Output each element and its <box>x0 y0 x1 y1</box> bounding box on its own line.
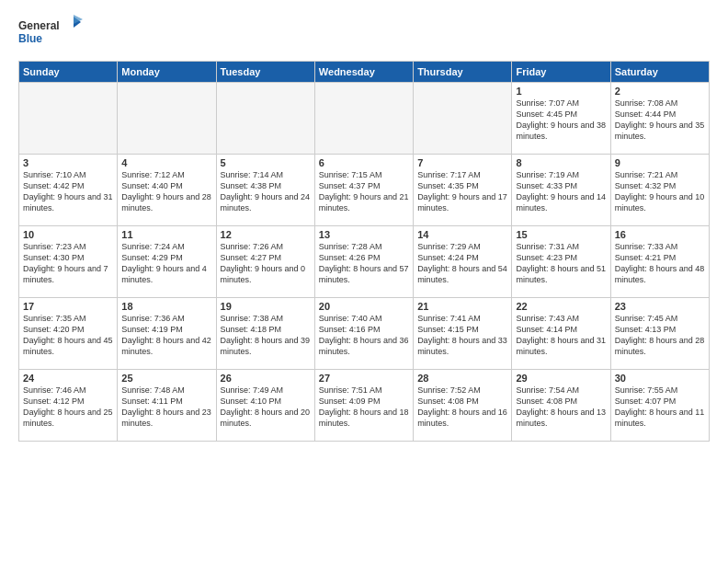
day-info: Sunrise: 7:43 AM Sunset: 4:14 PM Dayligh… <box>516 313 606 358</box>
calendar-cell: 16Sunrise: 7:33 AM Sunset: 4:21 PM Dayli… <box>610 226 709 298</box>
svg-text:Blue: Blue <box>18 32 42 45</box>
weekday-header-monday: Monday <box>118 62 216 83</box>
day-number: 7 <box>417 157 507 168</box>
calendar-cell: 18Sunrise: 7:36 AM Sunset: 4:19 PM Dayli… <box>118 298 216 370</box>
day-info: Sunrise: 7:33 AM Sunset: 4:21 PM Dayligh… <box>615 241 705 286</box>
day-number: 23 <box>615 301 705 312</box>
day-number: 30 <box>615 373 705 384</box>
day-info: Sunrise: 7:29 AM Sunset: 4:24 PM Dayligh… <box>417 241 507 286</box>
day-number: 18 <box>121 301 211 312</box>
day-info: Sunrise: 7:10 AM Sunset: 4:42 PM Dayligh… <box>23 169 113 214</box>
day-number: 9 <box>615 157 705 168</box>
day-number: 5 <box>221 157 311 168</box>
day-info: Sunrise: 7:23 AM Sunset: 4:30 PM Dayligh… <box>23 241 113 286</box>
day-info: Sunrise: 7:26 AM Sunset: 4:27 PM Dayligh… <box>221 241 311 286</box>
weekday-header-tuesday: Tuesday <box>216 62 314 83</box>
day-info: Sunrise: 7:31 AM Sunset: 4:23 PM Dayligh… <box>516 241 606 286</box>
day-number: 24 <box>23 373 113 384</box>
calendar-cell: 12Sunrise: 7:26 AM Sunset: 4:27 PM Dayli… <box>216 226 314 298</box>
day-number: 4 <box>121 157 211 168</box>
calendar-cell: 22Sunrise: 7:43 AM Sunset: 4:14 PM Dayli… <box>512 298 610 370</box>
day-number: 3 <box>23 157 113 168</box>
calendar-cell: 10Sunrise: 7:23 AM Sunset: 4:30 PM Dayli… <box>19 226 118 298</box>
calendar-cell: 27Sunrise: 7:51 AM Sunset: 4:09 PM Dayli… <box>314 370 413 442</box>
calendar-cell: 8Sunrise: 7:19 AM Sunset: 4:33 PM Daylig… <box>512 155 610 226</box>
calendar-cell: 29Sunrise: 7:54 AM Sunset: 4:08 PM Dayli… <box>512 370 610 442</box>
day-info: Sunrise: 7:41 AM Sunset: 4:15 PM Dayligh… <box>417 313 507 358</box>
day-number: 20 <box>319 301 409 312</box>
day-info: Sunrise: 7:51 AM Sunset: 4:09 PM Dayligh… <box>319 385 409 430</box>
calendar-cell: 20Sunrise: 7:40 AM Sunset: 4:16 PM Dayli… <box>314 298 413 370</box>
day-info: Sunrise: 7:48 AM Sunset: 4:11 PM Dayligh… <box>121 385 211 430</box>
day-info: Sunrise: 7:54 AM Sunset: 4:08 PM Dayligh… <box>516 385 606 430</box>
calendar-cell: 23Sunrise: 7:45 AM Sunset: 4:13 PM Dayli… <box>610 298 709 370</box>
calendar-cell: 14Sunrise: 7:29 AM Sunset: 4:24 PM Dayli… <box>414 226 512 298</box>
calendar-cell <box>118 83 216 155</box>
calendar-cell: 7Sunrise: 7:17 AM Sunset: 4:35 PM Daylig… <box>414 155 512 226</box>
day-number: 14 <box>417 229 507 240</box>
weekday-header-friday: Friday <box>512 62 610 83</box>
day-number: 22 <box>516 301 606 312</box>
logo: General Blue <box>18 15 83 52</box>
day-info: Sunrise: 7:21 AM Sunset: 4:32 PM Dayligh… <box>615 169 705 214</box>
weekday-header-sunday: Sunday <box>19 62 118 83</box>
day-info: Sunrise: 7:55 AM Sunset: 4:07 PM Dayligh… <box>615 385 705 430</box>
day-info: Sunrise: 7:38 AM Sunset: 4:18 PM Dayligh… <box>221 313 311 358</box>
day-number: 6 <box>319 157 409 168</box>
svg-text:General: General <box>18 19 60 32</box>
day-number: 29 <box>516 373 606 384</box>
day-number: 21 <box>417 301 507 312</box>
weekday-header-wednesday: Wednesday <box>314 62 413 83</box>
page-container: General Blue SundayMondayTuesdayWednesda… <box>0 0 728 451</box>
day-number: 11 <box>121 229 211 240</box>
day-info: Sunrise: 7:19 AM Sunset: 4:33 PM Dayligh… <box>516 169 606 214</box>
page-header: General Blue <box>18 15 710 52</box>
calendar-cell: 30Sunrise: 7:55 AM Sunset: 4:07 PM Dayli… <box>610 370 709 442</box>
day-info: Sunrise: 7:40 AM Sunset: 4:16 PM Dayligh… <box>319 313 409 358</box>
weekday-header-thursday: Thursday <box>414 62 512 83</box>
calendar-cell: 9Sunrise: 7:21 AM Sunset: 4:32 PM Daylig… <box>610 155 709 226</box>
day-info: Sunrise: 7:52 AM Sunset: 4:08 PM Dayligh… <box>417 385 507 430</box>
day-info: Sunrise: 7:12 AM Sunset: 4:40 PM Dayligh… <box>121 169 211 214</box>
day-info: Sunrise: 7:28 AM Sunset: 4:26 PM Dayligh… <box>319 241 409 286</box>
day-number: 27 <box>319 373 409 384</box>
week-row-1: 3Sunrise: 7:10 AM Sunset: 4:42 PM Daylig… <box>19 155 710 226</box>
calendar-cell: 25Sunrise: 7:48 AM Sunset: 4:11 PM Dayli… <box>118 370 216 442</box>
calendar-cell: 4Sunrise: 7:12 AM Sunset: 4:40 PM Daylig… <box>118 155 216 226</box>
day-number: 8 <box>516 157 606 168</box>
day-number: 16 <box>615 229 705 240</box>
week-row-0: 1Sunrise: 7:07 AM Sunset: 4:45 PM Daylig… <box>19 83 710 155</box>
day-info: Sunrise: 7:35 AM Sunset: 4:20 PM Dayligh… <box>23 313 113 358</box>
day-number: 15 <box>516 229 606 240</box>
calendar-cell <box>414 83 512 155</box>
calendar-cell: 1Sunrise: 7:07 AM Sunset: 4:45 PM Daylig… <box>512 83 610 155</box>
day-info: Sunrise: 7:24 AM Sunset: 4:29 PM Dayligh… <box>121 241 211 286</box>
day-info: Sunrise: 7:36 AM Sunset: 4:19 PM Dayligh… <box>121 313 211 358</box>
general-blue-logo: General Blue <box>18 15 83 52</box>
day-number: 10 <box>23 229 113 240</box>
day-number: 2 <box>615 86 705 97</box>
calendar-cell: 11Sunrise: 7:24 AM Sunset: 4:29 PM Dayli… <box>118 226 216 298</box>
calendar-table: SundayMondayTuesdayWednesdayThursdayFrid… <box>18 61 710 442</box>
day-number: 17 <box>23 301 113 312</box>
day-info: Sunrise: 7:08 AM Sunset: 4:44 PM Dayligh… <box>615 98 705 143</box>
day-number: 13 <box>319 229 409 240</box>
week-row-4: 24Sunrise: 7:46 AM Sunset: 4:12 PM Dayli… <box>19 370 710 442</box>
day-number: 12 <box>221 229 311 240</box>
day-info: Sunrise: 7:07 AM Sunset: 4:45 PM Dayligh… <box>516 98 606 143</box>
calendar-cell: 13Sunrise: 7:28 AM Sunset: 4:26 PM Dayli… <box>314 226 413 298</box>
day-info: Sunrise: 7:45 AM Sunset: 4:13 PM Dayligh… <box>615 313 705 358</box>
day-number: 28 <box>417 373 507 384</box>
week-row-3: 17Sunrise: 7:35 AM Sunset: 4:20 PM Dayli… <box>19 298 710 370</box>
weekday-header-saturday: Saturday <box>610 62 709 83</box>
calendar-cell: 24Sunrise: 7:46 AM Sunset: 4:12 PM Dayli… <box>19 370 118 442</box>
calendar-cell: 28Sunrise: 7:52 AM Sunset: 4:08 PM Dayli… <box>414 370 512 442</box>
day-info: Sunrise: 7:46 AM Sunset: 4:12 PM Dayligh… <box>23 385 113 430</box>
calendar-cell: 21Sunrise: 7:41 AM Sunset: 4:15 PM Dayli… <box>414 298 512 370</box>
day-info: Sunrise: 7:49 AM Sunset: 4:10 PM Dayligh… <box>221 385 311 430</box>
calendar-cell <box>216 83 314 155</box>
calendar-cell: 3Sunrise: 7:10 AM Sunset: 4:42 PM Daylig… <box>19 155 118 226</box>
calendar-cell: 17Sunrise: 7:35 AM Sunset: 4:20 PM Dayli… <box>19 298 118 370</box>
day-info: Sunrise: 7:14 AM Sunset: 4:38 PM Dayligh… <box>221 169 311 214</box>
calendar-cell: 19Sunrise: 7:38 AM Sunset: 4:18 PM Dayli… <box>216 298 314 370</box>
